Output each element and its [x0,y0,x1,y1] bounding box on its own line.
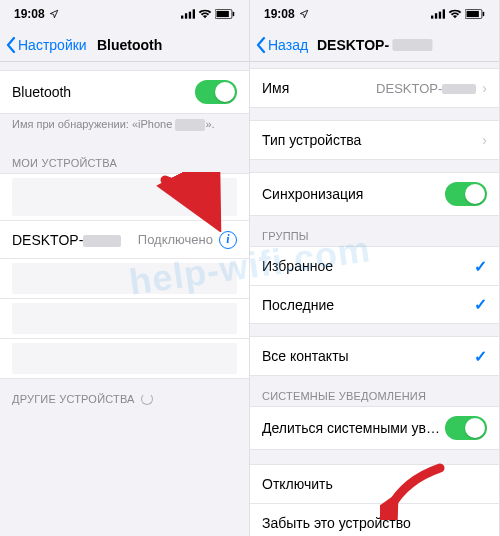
forget-device-label: Забыть это устройство [262,515,487,531]
nav-title: DESKTOP- [317,37,432,53]
content: Имя DESKTOP- › Тип устройства › Синхрони… [250,62,499,536]
svg-rect-7 [431,16,433,19]
device-status: Подключено [138,232,213,247]
battery-icon [465,9,485,19]
svg-rect-2 [189,12,191,19]
sync-label: Синхронизация [262,186,445,202]
right-screenshot: 19:08 Назад DESKTOP- Имя DESKTOP- › [250,0,500,536]
signal-icon [181,9,195,19]
nav-title: Bluetooth [97,37,162,53]
favorites-label: Избранное [262,258,474,274]
name-label: Имя [262,80,376,96]
location-icon [299,9,309,19]
discoverable-footer: Имя при обнаружении: «iPhone ». [0,114,249,143]
my-devices-header: МОИ УСТРОЙСТВА [0,143,249,173]
disconnect-row[interactable]: Отключить [250,465,499,503]
status-bar: 19:08 [250,0,499,28]
bluetooth-toggle-row[interactable]: Bluetooth [0,71,249,113]
status-bar: 19:08 [0,0,249,28]
location-icon [49,9,59,19]
left-screenshot: 19:08 Настройки Bluetooth Bluetooth [0,0,250,536]
back-button[interactable]: Настройки [6,37,87,53]
svg-rect-9 [439,12,441,19]
wifi-icon [448,9,462,19]
wifi-icon [198,9,212,19]
back-button[interactable]: Назад [256,37,308,53]
recents-label: Последние [262,297,474,313]
sync-row[interactable]: Синхронизация [250,173,499,215]
svg-rect-3 [193,9,195,18]
device-row-blurred[interactable] [0,298,249,338]
check-icon: ✓ [474,257,487,276]
chevron-left-icon [256,37,266,53]
svg-rect-0 [181,16,183,19]
svg-rect-13 [483,12,485,17]
sysnotif-header: СИСТЕМНЫЕ УВЕДОМЛЕНИЯ [250,376,499,406]
back-label: Настройки [18,37,87,53]
share-sysnotif-switch[interactable] [445,416,487,440]
chevron-left-icon [6,37,16,53]
all-contacts-label: Все контакты [262,348,474,364]
svg-rect-12 [467,11,479,17]
chevron-right-icon: › [482,80,487,96]
status-time: 19:08 [264,7,295,21]
forget-device-row[interactable]: Забыть это устройство [250,503,499,536]
device-type-label: Тип устройства [262,132,476,148]
device-row-blurred[interactable] [0,174,249,220]
device-row-blurred[interactable] [0,338,249,378]
device-row-desktop[interactable]: DESKTOP- Подключено i [0,220,249,258]
svg-rect-1 [185,13,187,18]
disconnect-label: Отключить [262,476,487,492]
favorites-row[interactable]: Избранное ✓ [250,247,499,285]
share-sysnotif-label: Делиться системными уведо… [262,420,445,436]
signal-icon [431,9,445,19]
bluetooth-label: Bluetooth [12,84,195,100]
name-value: DESKTOP- [376,81,476,96]
svg-rect-6 [233,12,235,17]
nav-bar: Настройки Bluetooth [0,28,249,62]
groups-header: ГРУППЫ [250,216,499,246]
sync-switch[interactable] [445,182,487,206]
svg-rect-5 [217,11,229,17]
svg-rect-10 [443,9,445,18]
spinner-icon [141,393,153,405]
check-icon: ✓ [474,295,487,314]
recents-row[interactable]: Последние ✓ [250,285,499,323]
battery-icon [215,9,235,19]
status-time: 19:08 [14,7,45,21]
bluetooth-switch[interactable] [195,80,237,104]
device-row-blurred[interactable] [0,258,249,298]
device-name: DESKTOP- [12,232,138,248]
all-contacts-row[interactable]: Все контакты ✓ [250,337,499,375]
svg-rect-8 [435,13,437,18]
share-sysnotif-row[interactable]: Делиться системными уведо… [250,407,499,449]
back-label: Назад [268,37,308,53]
other-devices-header: ДРУГИЕ УСТРОЙСТВА [0,379,249,409]
check-icon: ✓ [474,347,487,366]
chevron-right-icon: › [482,132,487,148]
info-icon[interactable]: i [219,231,237,249]
name-row[interactable]: Имя DESKTOP- › [250,69,499,107]
content: Bluetooth Имя при обнаружении: «iPhone »… [0,62,249,536]
nav-bar: Назад DESKTOP- [250,28,499,62]
device-type-row[interactable]: Тип устройства › [250,121,499,159]
